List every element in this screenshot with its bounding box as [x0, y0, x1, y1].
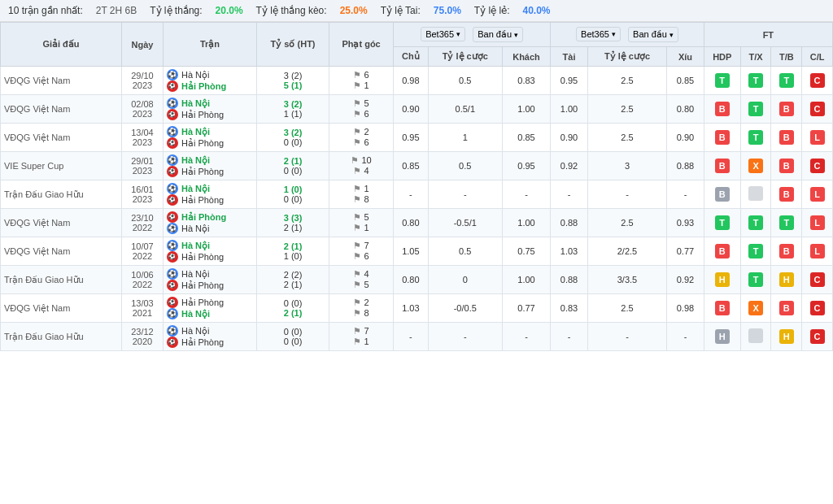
thang-label: Tỷ lệ thắng:	[150, 5, 202, 16]
khach: 0.85	[502, 124, 551, 152]
giaidau-cell: VĐQG Việt Nam	[1, 95, 122, 124]
th-phatgoc: Phạt góc	[329, 23, 394, 67]
th-ngay: Ngày	[121, 23, 163, 67]
bet365-dropdown-2[interactable]: Bet365	[576, 27, 621, 41]
tb-cell: T	[771, 67, 802, 95]
xiu: 0.88	[667, 152, 704, 180]
tyle: 0.5/1	[428, 95, 502, 124]
tai: 0.90	[551, 124, 588, 152]
corner-cell: ⚑ 2 ⚑ 6	[329, 124, 394, 152]
xiu: 0.93	[667, 209, 704, 237]
corner-cell: ⚑ 7 ⚑ 6	[329, 237, 394, 266]
cl-cell: C	[802, 323, 833, 351]
giaidau-cell: VĐQG Việt Nam	[1, 67, 122, 95]
giaidau-cell: Trận Đấu Giao Hữu	[1, 266, 122, 294]
recent-label: 10 trận gần nhất:	[8, 5, 83, 16]
tai: -	[551, 323, 588, 351]
score-cell: 3 (2) 0 (0)	[256, 124, 329, 152]
th-tran: Trận	[163, 23, 256, 67]
score-cell: 2 (2) 2 (1)	[256, 266, 329, 294]
khach: 0.77	[502, 294, 551, 323]
th-cl: C/L	[802, 47, 833, 67]
giaidau-cell: VĐQG Việt Nam	[1, 124, 122, 152]
match-cell: ⚽ Hà Nội ⚽ Hải Phòng	[163, 266, 256, 294]
score-cell: 1 (0) 0 (0)	[256, 180, 329, 209]
khach: 0.95	[502, 152, 551, 180]
cl-cell: C	[802, 67, 833, 95]
ngay-cell: 29/01 2023	[121, 152, 163, 180]
tyle: 0	[428, 266, 502, 294]
chu: 1.03	[393, 294, 428, 323]
tai: 0.88	[551, 209, 588, 237]
ngay-cell: 10/07 2022	[121, 237, 163, 266]
match-cell: ⚽ Hải Phòng ⚽ Hà Nội	[163, 209, 256, 237]
bandau-dropdown-2[interactable]: Ban đầu	[628, 27, 678, 42]
ngay-cell: 16/01 2023	[121, 180, 163, 209]
tb-cell: B	[771, 152, 802, 180]
corner-cell: ⚑ 7 ⚑ 1	[329, 323, 394, 351]
score-cell: 0 (0) 2 (1)	[256, 294, 329, 323]
th-bet365-1[interactable]: Bet365 Ban đầu	[393, 23, 550, 47]
hdp-cell: T	[704, 209, 740, 237]
hdp-cell: H	[704, 266, 740, 294]
match-cell: ⚽ Hà Nội ⚽ Hải Phòng	[163, 67, 256, 95]
ngay-cell: 10/06 2022	[121, 266, 163, 294]
tyle: 1	[428, 124, 502, 152]
corner-cell: ⚑ 1 ⚑ 8	[329, 180, 394, 209]
tb-cell: H	[771, 323, 802, 351]
score-cell: 2 (1) 1 (0)	[256, 237, 329, 266]
tyle2: 2.5	[587, 124, 666, 152]
tyle2: 2.5	[587, 67, 666, 95]
th-bet365-2[interactable]: Bet365 Ban đầu	[551, 23, 704, 47]
score-cell: 3 (2) 1 (1)	[256, 95, 329, 124]
tx-cell: T	[740, 209, 771, 237]
xiu: 0.92	[667, 266, 704, 294]
thang-val: 20.0%	[216, 5, 243, 16]
th-tb: T/B	[771, 47, 802, 67]
giaidau-cell: Trận Đấu Giao Hữu	[1, 323, 122, 351]
tai: 1.00	[551, 95, 588, 124]
tai: -	[551, 180, 588, 209]
corner-cell: ⚑ 5 ⚑ 6	[329, 95, 394, 124]
th-tyso: Tỷ số (HT)	[256, 23, 329, 67]
tyle: 0.5	[428, 152, 502, 180]
khach: -	[502, 180, 551, 209]
khach: 0.83	[502, 67, 551, 95]
th-tyle2: Tỷ lệ cược	[587, 47, 666, 67]
hdp-cell: H	[704, 323, 740, 351]
corner-cell: ⚑ 10 ⚑ 4	[329, 152, 394, 180]
ngay-cell: 23/10 2022	[121, 209, 163, 237]
tai: 1.03	[551, 237, 588, 266]
xiu: -	[667, 323, 704, 351]
main-table-wrapper: Giải đấu Ngày Trận Tỷ số (HT) Phạt góc B…	[0, 22, 833, 351]
match-history-table: Giải đấu Ngày Trận Tỷ số (HT) Phạt góc B…	[0, 22, 833, 351]
le-label: Tỷ lệ lẻ:	[474, 5, 510, 16]
match-cell: ⚽ Hà Nội ⚽ Hải Phòng	[163, 152, 256, 180]
tx-cell: X	[740, 152, 771, 180]
tyle2: -	[587, 180, 666, 209]
corner-cell: ⚑ 2 ⚑ 8	[329, 294, 394, 323]
cl-cell: L	[802, 180, 833, 209]
cl-cell: L	[802, 124, 833, 152]
khach: 1.00	[502, 209, 551, 237]
chu: 0.80	[393, 266, 428, 294]
bet365-dropdown-1[interactable]: Bet365	[421, 27, 465, 41]
corner-cell: ⚑ 6 ⚑ 1	[329, 67, 394, 95]
tai: 0.88	[551, 266, 588, 294]
th-chu: Chủ	[393, 47, 428, 67]
chu: -	[393, 323, 428, 351]
th-hdp: HDP	[704, 47, 740, 67]
chu: 1.05	[393, 237, 428, 266]
tyle: -0.5/1	[428, 209, 502, 237]
chu: 0.85	[393, 152, 428, 180]
giaidau-cell: VĐQG Việt Nam	[1, 209, 122, 237]
corner-cell: ⚑ 4 ⚑ 5	[329, 266, 394, 294]
score-cell: 3 (2) 5 (1)	[256, 67, 329, 95]
tx-cell: T	[740, 266, 771, 294]
xiu: 0.98	[667, 294, 704, 323]
bandau-dropdown-1[interactable]: Ban đầu	[473, 27, 523, 42]
tb-cell: B	[771, 124, 802, 152]
tai-val: 75.0%	[434, 5, 461, 16]
match-cell: ⚽ Hà Nội ⚽ Hải Phòng	[163, 95, 256, 124]
hdp-cell: B	[704, 180, 740, 209]
